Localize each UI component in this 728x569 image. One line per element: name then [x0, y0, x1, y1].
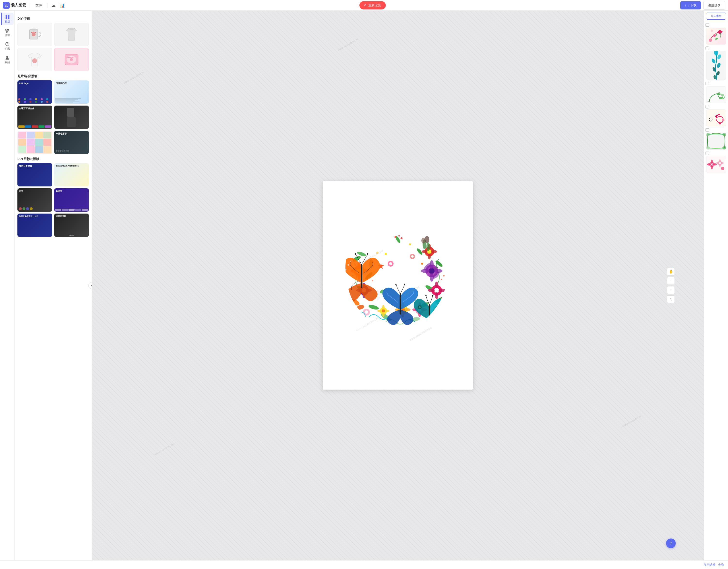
- cancel-select-link[interactable]: 取消选择: [704, 563, 715, 567]
- svg-point-170: [711, 159, 713, 164]
- svg-rect-1: [8, 15, 9, 17]
- template-ppt2[interactable]: 微图云芸性关节炎海新治疗方法: [54, 163, 89, 186]
- tshirt-icon: [27, 51, 43, 68]
- template-ppt5[interactable]: 微图云融资商业计划书: [17, 213, 52, 237]
- svg-point-83: [382, 305, 385, 310]
- template-label: 微图云生成器: [19, 165, 51, 168]
- template-collage[interactable]: [17, 131, 52, 154]
- template-label: 图云: [19, 190, 51, 193]
- asset-checkbox-4[interactable]: [705, 105, 709, 108]
- asset-checkbox-3[interactable]: [705, 82, 709, 85]
- sidebar-item-shape[interactable]: 轮廓: [1, 40, 14, 52]
- diy-hoodie[interactable]: [54, 23, 89, 46]
- svg-point-110: [350, 261, 351, 262]
- template-app-logo[interactable]: APP logo: [17, 80, 52, 104]
- user-icon: [5, 55, 10, 60]
- template-person[interactable]: [54, 106, 89, 129]
- svg-point-166: [706, 146, 710, 149]
- asset-preview-1[interactable]: [706, 28, 726, 45]
- asset-pink-swirl-icon: [706, 110, 726, 126]
- template-label: 21届电影节: [56, 132, 88, 135]
- svg-point-21: [70, 58, 73, 61]
- template-global500[interactable]: 全球五百强企业: [17, 106, 52, 129]
- help-button[interactable]: ?: [666, 539, 676, 548]
- file-menu[interactable]: 文件: [34, 2, 43, 8]
- app-logo-icon: 云: [3, 2, 10, 9]
- svg-point-132: [436, 314, 442, 320]
- svg-point-176: [719, 159, 721, 162]
- fit-tool[interactable]: ⤡: [667, 296, 675, 303]
- template-ppt3[interactable]: 图云: [17, 188, 52, 211]
- diy-mug[interactable]: [17, 23, 52, 46]
- diy-pillow[interactable]: gentlebird: [54, 48, 89, 71]
- svg-point-118: [419, 306, 421, 308]
- svg-point-162: [719, 122, 721, 124]
- svg-text:gentlebird: gentlebird: [67, 57, 74, 59]
- svg-point-17: [32, 58, 37, 63]
- select-all-link[interactable]: 全选: [718, 563, 724, 567]
- svg-point-82: [382, 309, 385, 313]
- asset-preview-5[interactable]: [706, 133, 726, 150]
- svg-point-123: [432, 295, 433, 297]
- svg-point-173: [712, 163, 717, 166]
- sidebar-item-adjust[interactable]: 调整: [1, 26, 14, 39]
- svg-point-172: [707, 163, 711, 166]
- template-ppt4[interactable]: 微图云: [54, 188, 89, 211]
- template-movie[interactable]: 21届电影节 海报新治疗方法: [54, 131, 89, 154]
- svg-point-125: [389, 262, 392, 265]
- app-name: 懒人图云: [11, 3, 26, 8]
- sidebar-item-my[interactable]: 我的: [1, 53, 14, 66]
- sliders-icon: [5, 28, 10, 33]
- template-anime-ranking[interactable]: 日漫排行榜: [54, 80, 89, 104]
- svg-point-59: [428, 289, 435, 292]
- section-ppt-title: PPT图标云模版: [17, 157, 89, 161]
- svg-point-134: [425, 236, 429, 243]
- svg-point-165: [722, 133, 726, 136]
- svg-rect-111: [361, 264, 362, 288]
- asset-item-6: [705, 151, 727, 173]
- svg-point-115: [395, 284, 397, 285]
- asset-checkbox-5[interactable]: [705, 128, 709, 132]
- sidebar-label-my: 我的: [5, 60, 10, 64]
- asset-checkbox-2[interactable]: [705, 46, 709, 50]
- import-assets-button[interactable]: 导入素材: [706, 13, 726, 20]
- svg-point-178: [716, 162, 719, 164]
- svg-point-96: [409, 243, 411, 245]
- asset-checkbox-6[interactable]: [705, 151, 709, 155]
- upload-icon[interactable]: ☁: [51, 3, 56, 8]
- canvas-tools: ✋ + − ⤡: [667, 268, 675, 303]
- asset-preview-2[interactable]: [706, 51, 726, 80]
- download-button[interactable]: ↓ ↓ 下载: [680, 1, 701, 9]
- asset-preview-4[interactable]: [706, 109, 726, 126]
- rerender-button[interactable]: ⟳ 重新渲染: [359, 1, 386, 9]
- sidebar-item-template[interactable]: 模版: [1, 13, 14, 25]
- asset-checkbox-1[interactable]: [705, 23, 709, 27]
- cursor-tool[interactable]: ✋: [667, 268, 675, 275]
- asset-preview-6[interactable]: [706, 156, 726, 173]
- shape-icon: [5, 42, 10, 46]
- svg-rect-0: [6, 15, 7, 17]
- asset-preview-3[interactable]: [706, 86, 726, 103]
- svg-point-112: [355, 253, 356, 255]
- svg-point-154: [716, 62, 721, 68]
- svg-point-98: [421, 263, 423, 264]
- section-diy-title: DIY·印刷: [17, 16, 89, 21]
- template-ppt6[interactable]: 互联网大数据 big data: [54, 213, 89, 237]
- svg-point-113: [367, 253, 368, 255]
- diy-tshirt[interactable]: [17, 48, 52, 71]
- svg-point-15: [32, 32, 36, 36]
- template-ppt1[interactable]: 微图云生成器: [17, 163, 52, 186]
- svg-point-48: [431, 250, 437, 253]
- zoom-out-tool[interactable]: −: [667, 286, 675, 294]
- svg-point-164: [706, 133, 710, 136]
- asset-pink-flowers-icon: [706, 156, 726, 173]
- canvas-main[interactable]: WWW.ABSKOOP.COM WWW.ABSKOOP.COM WWW.ABSK…: [323, 181, 473, 390]
- svg-point-57: [435, 281, 438, 289]
- main-layout: 模版 调整 轮廓 我的: [0, 11, 728, 560]
- register-button[interactable]: 注册登录: [703, 1, 725, 10]
- chart-icon[interactable]: 📊: [60, 3, 65, 8]
- svg-point-122: [425, 295, 427, 297]
- zoom-in-tool[interactable]: +: [667, 277, 675, 285]
- panel-collapse-btn[interactable]: ‹: [88, 282, 92, 289]
- fit-icon: ⤡: [669, 297, 672, 301]
